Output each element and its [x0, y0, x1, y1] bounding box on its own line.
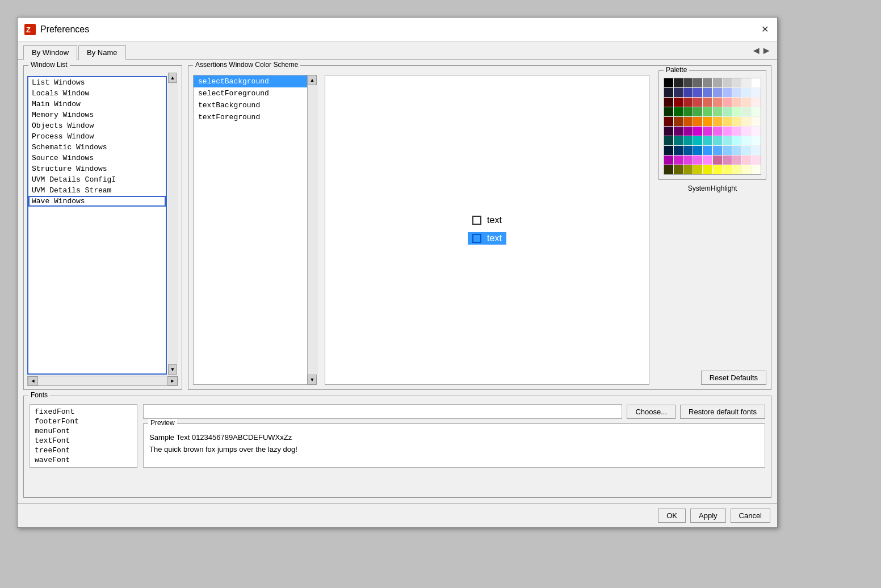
palette-cell[interactable]	[752, 88, 761, 97]
palette-cell[interactable]	[723, 88, 732, 97]
palette-cell[interactable]	[732, 156, 741, 165]
palette-cell[interactable]	[693, 136, 702, 145]
palette-cell[interactable]	[742, 117, 751, 126]
palette-grid[interactable]	[664, 78, 761, 175]
palette-cell[interactable]	[683, 98, 693, 107]
color-item-selectBackground[interactable]: selectBackground	[194, 75, 307, 87]
palette-cell[interactable]	[742, 165, 751, 174]
palette-cell[interactable]	[752, 107, 761, 116]
palette-cell[interactable]	[703, 88, 712, 97]
ok-button[interactable]: OK	[658, 509, 686, 523]
palette-cell[interactable]	[683, 88, 693, 97]
palette-cell[interactable]	[713, 88, 722, 97]
palette-cell[interactable]	[664, 78, 673, 87]
color-scroll-down[interactable]: ▼	[308, 375, 317, 385]
palette-cell[interactable]	[674, 136, 683, 145]
palette-cell[interactable]	[723, 98, 732, 107]
list-item[interactable]: Objects Window	[28, 120, 166, 131]
palette-cell[interactable]	[752, 136, 761, 145]
palette-cell[interactable]	[723, 146, 732, 155]
list-item[interactable]: Schematic Windows	[28, 142, 166, 153]
palette-cell[interactable]	[752, 165, 761, 174]
palette-cell[interactable]	[713, 136, 722, 145]
list-item[interactable]: Main Window	[28, 99, 166, 110]
palette-cell[interactable]	[703, 117, 712, 126]
palette-cell[interactable]	[664, 165, 673, 174]
hscroll-track[interactable]	[38, 376, 167, 385]
font-item-footer[interactable]: footerFont	[35, 417, 132, 426]
palette-cell[interactable]	[713, 78, 722, 87]
list-item[interactable]: Memory Windows	[28, 110, 166, 120]
list-item-selected[interactable]: Wave Windows	[28, 196, 166, 207]
window-list-scroll[interactable]: List Windows Locals Window Main Window M…	[28, 77, 166, 373]
palette-cell[interactable]	[693, 88, 702, 97]
palette-cell[interactable]	[703, 78, 712, 87]
hscroll-left-btn[interactable]: ◄	[28, 376, 38, 385]
palette-cell[interactable]	[723, 107, 732, 116]
palette-cell[interactable]	[723, 165, 732, 174]
font-item-wave[interactable]: waveFont	[35, 455, 132, 465]
palette-cell[interactable]	[693, 146, 702, 155]
list-item[interactable]: Process Window	[28, 131, 166, 142]
palette-cell[interactable]	[752, 127, 761, 136]
color-item-selectForeground[interactable]: selectForeground	[194, 87, 307, 99]
palette-cell[interactable]	[683, 146, 693, 155]
palette-cell[interactable]	[713, 107, 722, 116]
close-button[interactable]: ✕	[759, 24, 770, 35]
palette-cell[interactable]	[752, 117, 761, 126]
palette-cell[interactable]	[703, 146, 712, 155]
palette-cell[interactable]	[742, 127, 751, 136]
palette-cell[interactable]	[693, 117, 702, 126]
palette-cell[interactable]	[703, 107, 712, 116]
list-item[interactable]: List Windows	[28, 77, 166, 88]
palette-cell[interactable]	[703, 136, 712, 145]
font-item-fixed[interactable]: fixedFont	[35, 407, 132, 417]
window-list-hscroll[interactable]: ◄ ►	[27, 376, 178, 386]
palette-cell[interactable]	[732, 165, 741, 174]
palette-cell[interactable]	[713, 156, 722, 165]
palette-cell[interactable]	[664, 156, 673, 165]
palette-cell[interactable]	[732, 146, 741, 155]
font-item-tree[interactable]: treeFont	[35, 446, 132, 455]
palette-cell[interactable]	[742, 88, 751, 97]
color-item-textForeground[interactable]: textForeground	[194, 111, 307, 123]
palette-cell[interactable]	[683, 78, 693, 87]
tab-by-window[interactable]: By Window	[23, 45, 77, 60]
palette-cell[interactable]	[752, 146, 761, 155]
choose-font-button[interactable]: Choose...	[627, 405, 676, 419]
font-item-menu[interactable]: menuFont	[35, 426, 132, 436]
palette-cell[interactable]	[713, 165, 722, 174]
apply-button[interactable]: Apply	[690, 509, 726, 523]
palette-cell[interactable]	[713, 146, 722, 155]
palette-cell[interactable]	[742, 78, 751, 87]
cancel-button[interactable]: Cancel	[731, 509, 770, 523]
palette-cell[interactable]	[703, 98, 712, 107]
palette-cell[interactable]	[703, 165, 712, 174]
palette-cell[interactable]	[664, 117, 673, 126]
palette-cell[interactable]	[674, 117, 683, 126]
palette-cell[interactable]	[674, 98, 683, 107]
palette-cell[interactable]	[732, 98, 741, 107]
scroll-track[interactable]	[168, 83, 178, 364]
palette-cell[interactable]	[693, 156, 702, 165]
palette-cell[interactable]	[674, 127, 683, 136]
palette-cell[interactable]	[674, 165, 683, 174]
palette-cell[interactable]	[693, 107, 702, 116]
palette-cell[interactable]	[723, 136, 732, 145]
palette-cell[interactable]	[752, 156, 761, 165]
palette-cell[interactable]	[683, 136, 693, 145]
palette-cell[interactable]	[713, 117, 722, 126]
palette-cell[interactable]	[703, 156, 712, 165]
tab-by-name[interactable]: By Name	[78, 45, 125, 60]
palette-cell[interactable]	[742, 136, 751, 145]
font-item-text[interactable]: textFont	[35, 436, 132, 446]
palette-cell[interactable]	[674, 78, 683, 87]
list-item[interactable]: UVM Details ConfigI	[28, 174, 166, 185]
palette-cell[interactable]	[732, 107, 741, 116]
palette-cell[interactable]	[674, 146, 683, 155]
scroll-up-btn[interactable]: ▲	[168, 73, 177, 83]
palette-cell[interactable]	[683, 165, 693, 174]
palette-cell[interactable]	[713, 127, 722, 136]
palette-cell[interactable]	[723, 156, 732, 165]
list-item[interactable]: Structure Windows	[28, 163, 166, 174]
